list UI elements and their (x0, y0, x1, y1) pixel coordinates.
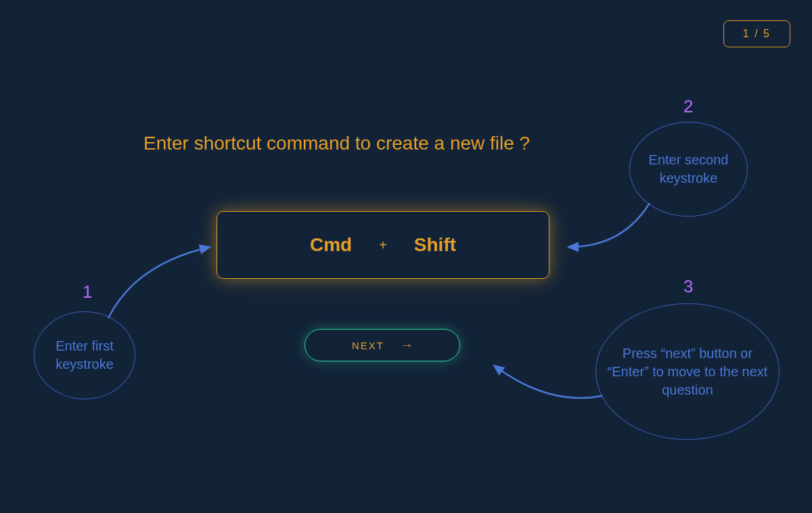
callout-text-3: Press “next” button or “Enter” to move t… (604, 344, 771, 399)
callout-number-2: 2 (683, 96, 693, 117)
shortcut-input[interactable]: Cmd + Shift (217, 211, 549, 279)
key-separator: + (379, 238, 387, 253)
callout-arrow-1 (102, 237, 223, 325)
arrow-right-icon: → (401, 338, 413, 353)
callout-bubble-1: Enter first keystroke (34, 311, 135, 399)
callout-number-3: 3 (683, 276, 693, 297)
callout-number-1: 1 (83, 282, 92, 303)
callout-arrow-3 (480, 352, 609, 420)
next-button-label: NEXT (352, 340, 384, 351)
callout-bubble-3: Press “next” button or “Enter” to move t… (595, 303, 780, 440)
key-1: Cmd (310, 234, 352, 256)
callout-text-2: Enter second keystroke (638, 151, 739, 187)
progress-badge: 1 / 5 (723, 20, 790, 47)
next-button[interactable]: NEXT → (304, 329, 460, 361)
callout-arrow-2 (555, 196, 656, 271)
key-2: Shift (414, 234, 456, 256)
callout-text-1: Enter first keystroke (43, 337, 127, 374)
question-text: Enter shortcut command to create a new f… (143, 130, 563, 158)
callout-bubble-2: Enter second keystroke (629, 122, 748, 217)
